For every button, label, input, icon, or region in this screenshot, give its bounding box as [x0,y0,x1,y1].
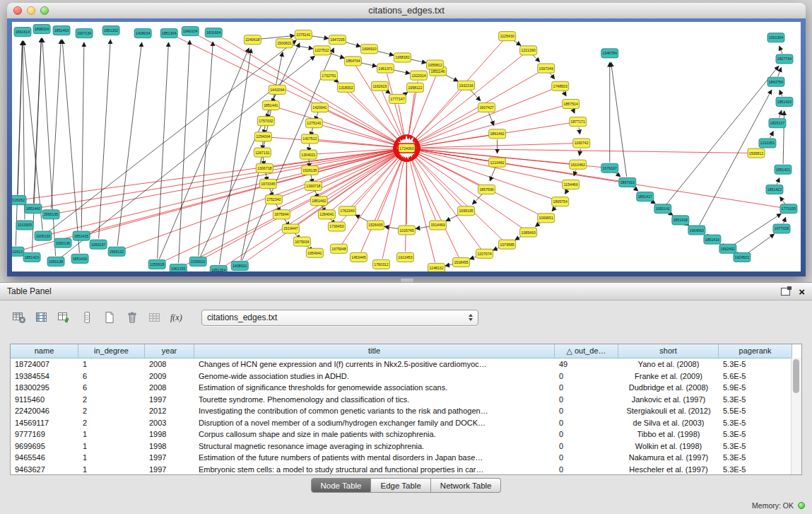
graph-node[interactable]: 1210351 [759,139,776,148]
graph-node[interactable]: 2275141 [295,30,312,40]
graph-node[interactable]: 1442094 [269,85,286,94]
graph-node[interactable]: 1760312 [372,259,389,269]
new-table-button[interactable] [100,309,119,327]
graph-node[interactable]: 1318302 [337,83,354,92]
graph-node[interactable]: 1861462 [489,129,506,139]
graph-node[interactable]: 2565135 [42,210,59,219]
graph-node[interactable]: 1940104 [182,27,199,36]
graph-node[interactable]: 1079585 [499,240,516,249]
graph-node[interactable]: 2126052 [12,196,26,205]
graph-node[interactable]: 2510513 [12,247,24,256]
table-settings-button[interactable] [9,309,28,327]
column-header-pagerank[interactable]: pagerank [719,344,792,358]
column-header-short[interactable]: short [618,344,719,358]
graph-node[interactable]: 1973345 [259,179,276,188]
graph-node[interactable]: 1955812 [427,60,444,69]
graph-node[interactable]: 1851420 [776,97,793,106]
graph-node[interactable]: 1951354 [210,265,227,271]
graph-node[interactable]: 1125430 [499,32,516,41]
graph-node[interactable]: 1851416 [71,254,88,263]
graph-node[interactable]: 1210462 [489,158,506,167]
graph-node[interactable]: 1907134 [76,29,93,38]
graph-node[interactable]: 1851423 [23,252,40,262]
graph-node[interactable]: 1675034 [293,237,310,246]
graph-node[interactable]: 1607427 [478,103,495,112]
graph-node[interactable]: 1696910 [360,45,377,54]
graph-node[interactable]: 1958182 [394,53,411,62]
graph-node[interactable]: 1304021 [300,150,317,159]
graph-node[interactable]: 1950138 [47,257,64,266]
minimize-window-button[interactable] [27,6,35,15]
graph-node[interactable]: 1752342 [265,195,282,204]
float-panel-icon[interactable] [781,288,790,296]
graph-node[interactable]: 1736453 [328,222,345,231]
graph-node[interactable]: 1851440 [25,204,42,214]
graph-node[interactable]: 1526135 [301,165,318,175]
graph-node[interactable]: 1015745 [398,226,415,235]
graph-node[interactable]: 1904563 [688,226,705,235]
graph-node[interactable]: 1857514 [563,99,579,108]
graph-node[interactable]: 1221390 [520,46,537,55]
graph-node[interactable]: 1408034 [134,29,151,38]
graph-node[interactable]: 1154469 [563,180,579,189]
graph-node[interactable]: 1851417 [637,192,654,201]
graph-node[interactable]: 1250618 [148,259,165,269]
graph-node[interactable]: 1677028 [773,224,790,233]
graph-node[interactable]: 1322014 [411,71,428,80]
table-row[interactable]: 977716911998Corpus callosum shape and si… [11,428,801,440]
graph-node[interactable]: 1427512 [301,134,318,144]
graph-node[interactable]: 1851419 [704,235,721,244]
graph-node[interactable]: 1924502 [734,252,751,262]
graph-node[interactable]: 1851422 [766,185,783,194]
network-canvas[interactable]: 1724060185114619322161607427186146212104… [12,22,801,271]
graph-node[interactable]: 2565132 [108,247,125,256]
graph-node[interactable]: 1851463 [53,26,70,35]
graph-node[interactable]: 1085493 [520,228,537,237]
graph-node[interactable]: 1099651 [538,214,555,223]
graph-node[interactable]: 1762340 [339,206,355,216]
graph-node[interactable]: 1162615 [371,81,388,90]
graph-node[interactable]: 1275141 [305,119,322,128]
graph-node[interactable]: 1962155 [170,264,187,271]
graph-node[interactable]: 1851415 [73,231,90,240]
graph-node[interactable]: 1857596 [478,185,495,194]
graph-node[interactable]: 1207074 [476,249,493,258]
graph-node[interactable]: 1254094 [254,132,271,141]
graph-node[interactable]: 1950136 [54,238,71,247]
graph-node[interactable]: 1825137 [769,119,786,128]
graph-node[interactable]: 1679197 [601,163,618,173]
table-row[interactable]: 1830029562008Estimation of significance … [11,382,801,394]
graph-node[interactable]: 1420941 [311,103,328,112]
graph-node[interactable]: 1097349 [538,64,555,73]
zoom-window-button[interactable] [40,6,49,15]
graph-node[interactable]: 1675948 [330,244,347,253]
graph-node[interactable]: 1748503 [552,81,569,90]
graph-node[interactable]: 1851418 [672,216,689,225]
graph-node[interactable]: 1958122 [407,83,424,92]
column-header-in-degree[interactable]: in_degree [78,344,145,358]
table-row[interactable]: 911546021997Tourette syndrome. Phenomeno… [11,394,801,406]
graph-node[interactable]: 1595812 [748,148,765,158]
column-header-title[interactable]: title [194,344,555,358]
edit-columns-button[interactable] [54,309,73,327]
graph-node[interactable]: 1891614 [14,28,31,37]
graph-node[interactable]: 1692452 [719,244,736,253]
graph-node[interactable]: 1877171 [570,117,587,127]
tab-edge-table[interactable]: Edge Table [371,478,430,493]
graph-node[interactable]: 1895754 [552,197,569,206]
graph-node[interactable]: 1514469 [430,221,447,230]
graph-node[interactable]: 1013505 [16,221,33,230]
table-row[interactable]: 1938455462009Genome-wide association stu… [11,370,801,382]
graph-node[interactable]: 1610462 [570,160,587,169]
table-row[interactable]: 1456911722003Disruption of a novel membe… [11,417,801,429]
graph-node[interactable]: 1654941 [306,248,323,257]
table-row[interactable]: 946362711997Embryonic stem cells: a mode… [11,464,801,476]
graph-node[interactable]: 1851302 [102,26,119,35]
graph-node[interactable]: 2240618 [244,35,261,45]
graph-node[interactable]: 1831604 [205,28,222,37]
import-table-button[interactable] [145,309,164,327]
graph-node[interactable]: 1946784 [601,49,618,58]
graph-node[interactable]: 1851462 [310,197,327,206]
graph-node[interactable]: 1500821 [276,39,293,48]
column-header-name[interactable]: name [11,344,78,358]
